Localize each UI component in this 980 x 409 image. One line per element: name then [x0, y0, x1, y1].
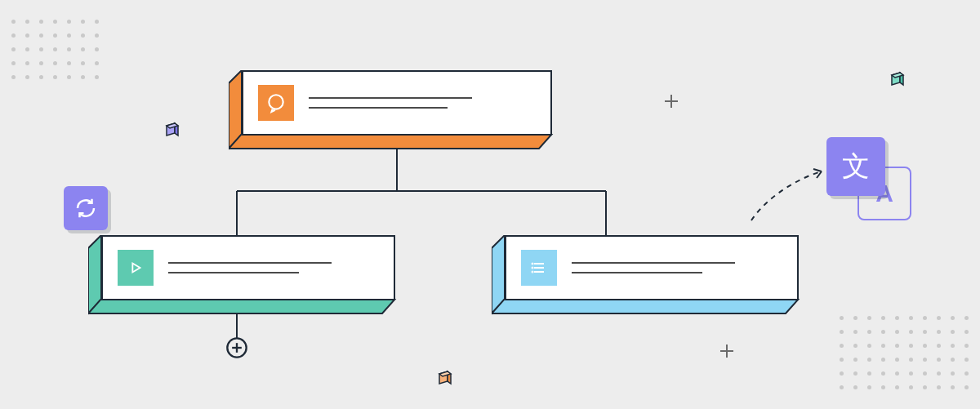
- svg-point-18: [532, 272, 533, 273]
- cube-icon: [436, 369, 452, 387]
- node-root-lines: [309, 97, 536, 109]
- svg-marker-12: [492, 299, 799, 313]
- cube-icon: [163, 121, 180, 139]
- refresh-icon: [74, 196, 98, 220]
- svg-point-7: [269, 95, 283, 109]
- svg-marker-10: [132, 264, 140, 273]
- refresh-badge: [64, 186, 108, 230]
- translate-cjk-glyph: 文: [842, 148, 870, 185]
- node-right-lines: [572, 262, 782, 273]
- cube-icon: [889, 70, 905, 88]
- connector-tree: [0, 0, 980, 409]
- svg-point-17: [532, 268, 533, 269]
- add-circle-icon: [225, 336, 248, 359]
- plus-mark-icon: [719, 343, 735, 359]
- svg-marker-6: [229, 134, 552, 149]
- play-icon: [118, 250, 154, 286]
- list-icon: [521, 250, 557, 286]
- svg-point-16: [532, 264, 533, 265]
- chat-icon: [258, 85, 294, 121]
- svg-marker-9: [88, 299, 395, 313]
- plus-mark-icon: [663, 93, 679, 109]
- node-left-lines: [168, 262, 379, 273]
